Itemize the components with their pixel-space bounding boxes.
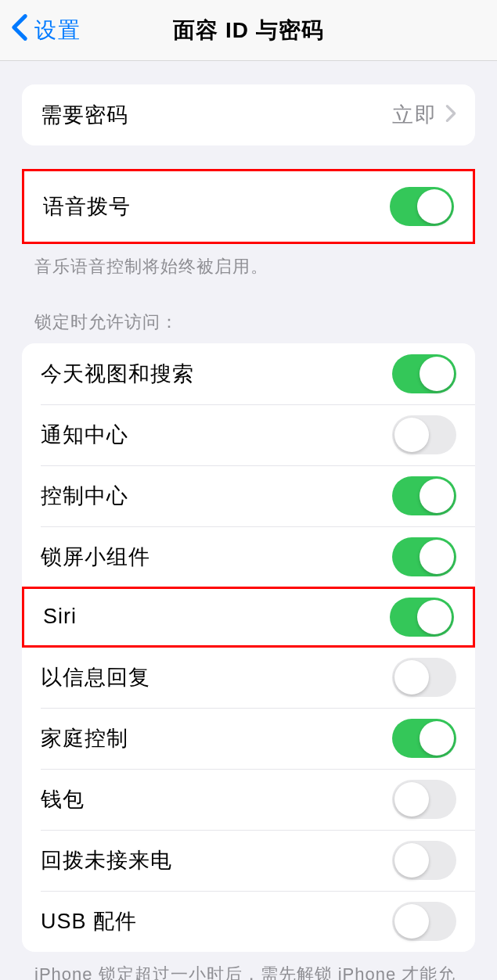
- toggle-return-missed-calls[interactable]: [392, 841, 456, 880]
- row-today-view[interactable]: 今天视图和搜索: [22, 343, 475, 404]
- toggle-today-view[interactable]: [392, 354, 456, 393]
- toggle-knob: [420, 479, 454, 513]
- chevron-left-icon: [11, 13, 28, 47]
- row-label: 通知中心: [41, 421, 128, 449]
- header-lock-access: 锁定时允许访问：: [34, 311, 463, 334]
- row-label: 回拨未接来电: [41, 846, 172, 874]
- toggle-home-control[interactable]: [392, 719, 456, 758]
- row-value: 立即: [392, 101, 456, 129]
- row-lock-screen-widgets[interactable]: 锁屏小组件: [22, 526, 475, 587]
- row-reply-with-message[interactable]: 以信息回复: [22, 647, 475, 708]
- toggle-knob: [417, 600, 452, 634]
- toggle-wallet[interactable]: [392, 780, 456, 819]
- toggle-lock-screen-widgets[interactable]: [392, 537, 456, 576]
- group-require-passcode: 需要密码 立即: [22, 84, 475, 145]
- toggle-siri[interactable]: [390, 598, 454, 637]
- toggle-knob: [420, 540, 454, 574]
- row-home-control[interactable]: 家庭控制: [22, 708, 475, 769]
- toggle-knob: [394, 660, 429, 695]
- toggle-usb-accessories[interactable]: [392, 902, 456, 941]
- row-notification-center[interactable]: 通知中心: [22, 404, 475, 465]
- row-return-missed-calls[interactable]: 回拨未接来电: [22, 830, 475, 891]
- row-label: 语音拨号: [43, 192, 131, 221]
- chevron-right-icon: [445, 104, 456, 126]
- toggle-knob: [420, 357, 454, 391]
- toggle-knob: [394, 782, 429, 817]
- row-control-center[interactable]: 控制中心: [22, 465, 475, 526]
- toggle-notification-center[interactable]: [392, 415, 456, 454]
- row-label: 家庭控制: [41, 724, 128, 752]
- toggle-knob: [420, 721, 454, 756]
- back-label: 设置: [34, 16, 81, 45]
- toggle-knob: [417, 189, 452, 224]
- row-usb-accessories[interactable]: USB 配件: [22, 891, 475, 952]
- row-label: 以信息回复: [41, 663, 150, 691]
- row-wallet[interactable]: 钱包: [22, 769, 475, 830]
- footer-usb: iPhone 锁定超过一小时后，需先解锁 iPhone 才能允许USB 配件连接…: [34, 963, 463, 980]
- row-siri[interactable]: Siri: [22, 587, 475, 648]
- toggle-control-center[interactable]: [392, 476, 456, 515]
- toggle-reply-with-message[interactable]: [392, 658, 456, 697]
- footer-voice-dial: 音乐语音控制将始终被启用。: [34, 255, 463, 279]
- toggle-knob: [394, 418, 429, 452]
- row-label: 控制中心: [41, 482, 128, 510]
- row-label: 今天视图和搜索: [41, 360, 194, 388]
- toggle-knob: [394, 904, 429, 939]
- row-label: 需要密码: [41, 101, 128, 129]
- toggle-knob: [394, 843, 429, 878]
- row-voice-dial[interactable]: 语音拨号: [24, 171, 473, 242]
- row-require-passcode[interactable]: 需要密码 立即: [22, 84, 475, 145]
- row-label: Siri: [43, 605, 77, 629]
- row-label: 钱包: [41, 785, 85, 813]
- navigation-bar: 设置 面容 ID 与密码: [0, 0, 497, 61]
- row-label: 锁屏小组件: [41, 543, 150, 571]
- value-text: 立即: [392, 101, 438, 129]
- row-label: USB 配件: [41, 907, 137, 935]
- highlight-voice-dial: 语音拨号: [22, 169, 475, 244]
- back-button[interactable]: 设置: [0, 13, 81, 47]
- group-lock-access: 今天视图和搜索 通知中心 控制中心 锁屏小组件 Siri: [22, 343, 475, 952]
- toggle-voice-dial[interactable]: [390, 187, 454, 226]
